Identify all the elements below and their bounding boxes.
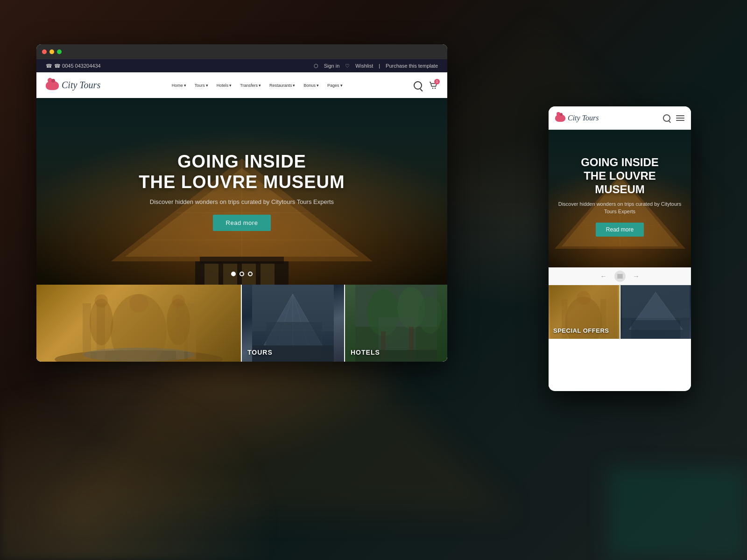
hero-dot-1[interactable] bbox=[231, 272, 236, 276]
chevron-tours: ▾ bbox=[206, 83, 208, 88]
cart-icon[interactable]: 1 bbox=[429, 81, 438, 90]
hero-subtitle: Discover hidden wonders on trips curated… bbox=[139, 198, 345, 205]
hero-content: GOING INSIDE THE LOUVRE MUSEUM Discover … bbox=[139, 152, 345, 231]
mobile-nav: City Tours bbox=[549, 106, 691, 130]
heart-icon: ♡ bbox=[345, 63, 350, 69]
mobile-logo[interactable]: City Tours bbox=[555, 114, 599, 122]
hamburger-menu[interactable] bbox=[676, 115, 684, 121]
mobile-search-icon[interactable] bbox=[663, 114, 670, 122]
nav-home[interactable]: Home▾ bbox=[172, 83, 186, 88]
chevron-hotels: ▾ bbox=[229, 83, 232, 88]
svg-rect-13 bbox=[200, 257, 284, 264]
nav-tours[interactable]: Tours▾ bbox=[195, 83, 208, 88]
hero-dot-2[interactable] bbox=[240, 272, 244, 276]
mobile-hero-line3: MUSEUM bbox=[595, 183, 645, 196]
phone-icon: ☎ bbox=[46, 63, 52, 69]
mobile-browser: City Tours GOING IN bbox=[549, 106, 691, 391]
svg-point-0 bbox=[432, 87, 433, 88]
main-navigation: City Tours Home▾ Tours▾ Hotels▾ Transfer… bbox=[36, 72, 447, 98]
mobile-pyramid-cell[interactable] bbox=[620, 285, 691, 339]
browser-maximize-dot[interactable] bbox=[57, 49, 62, 54]
chevron-home: ▾ bbox=[184, 83, 186, 88]
mobile-thumb-nav[interactable] bbox=[614, 271, 626, 282]
nav-transfers[interactable]: Transfers▾ bbox=[240, 83, 261, 88]
mobile-special-offers-cell[interactable]: SPECIAL OFFERS bbox=[549, 285, 620, 339]
hero-read-more-button[interactable]: Read more bbox=[213, 215, 271, 231]
logo[interactable]: City Tours bbox=[46, 80, 100, 91]
hero-section: GOING INSIDE THE LOUVRE MUSEUM Discover … bbox=[36, 98, 447, 285]
purchase-link[interactable]: Purchase this template bbox=[386, 63, 438, 69]
bg-teal-blur bbox=[607, 467, 747, 560]
chevron-restaurants: ▾ bbox=[293, 83, 295, 88]
carousel-next-arrow[interactable]: → bbox=[633, 273, 640, 280]
svg-point-54 bbox=[577, 291, 591, 305]
bg-statue-blur bbox=[0, 373, 280, 560]
phone-number: ☎ ☎ 0045 043204434 bbox=[46, 63, 101, 69]
mobile-hero-subtitle: Discover hidden wonders on trips curated… bbox=[556, 201, 684, 215]
hero-dot-3[interactable] bbox=[248, 272, 253, 276]
hero-building-silhouette bbox=[36, 247, 447, 285]
image-grid: TOURS bbox=[36, 285, 447, 362]
desktop-browser: ☎ ☎ 0045 043204434 ⬡ Sign in ♡ Wishlist … bbox=[36, 44, 447, 362]
svg-point-20 bbox=[129, 294, 148, 313]
hero-title: GOING INSIDE THE LOUVRE MUSEUM bbox=[139, 152, 345, 192]
phone-text: ☎ 0045 043204434 bbox=[54, 63, 101, 69]
fountain-cell[interactable] bbox=[36, 285, 241, 362]
hotels-label: HOTELS bbox=[351, 349, 380, 356]
mobile-image-grid: SPECIAL OFFERS bbox=[549, 285, 691, 390]
svg-rect-60 bbox=[631, 320, 680, 339]
mobile-actions bbox=[663, 114, 684, 122]
nav-menu: Home▾ Tours▾ Hotels▾ Transfers▾ Restaura… bbox=[172, 83, 343, 88]
svg-rect-17 bbox=[261, 264, 275, 285]
chevron-pages: ▾ bbox=[340, 83, 343, 88]
mobile-logo-icon bbox=[555, 114, 565, 122]
svg-point-42 bbox=[418, 296, 442, 334]
hamburger-line-1 bbox=[676, 115, 684, 116]
chevron-bonus: ▾ bbox=[317, 83, 319, 88]
mobile-hero-title: GOING INSIDE THE LOUVRE MUSEUM bbox=[556, 156, 684, 196]
browser-minimize-dot[interactable] bbox=[49, 49, 54, 54]
hero-title-line1: GOING INSIDE bbox=[177, 152, 306, 171]
svg-point-25 bbox=[83, 348, 195, 362]
fountain-bg bbox=[36, 285, 241, 362]
logo-text: City Tours bbox=[62, 80, 100, 91]
nav-hotels[interactable]: Hotels▾ bbox=[217, 83, 232, 88]
hamburger-line-2 bbox=[676, 118, 684, 119]
utility-right-links: ⬡ Sign in ♡ Wishlist | Purchase this tem… bbox=[314, 63, 438, 69]
signin-icon: ⬡ bbox=[314, 63, 318, 69]
search-icon[interactable] bbox=[414, 81, 422, 90]
mobile-carousel-nav: ← → bbox=[549, 267, 691, 285]
top-utility-bar: ☎ ☎ 0045 043204434 ⬡ Sign in ♡ Wishlist … bbox=[36, 59, 447, 72]
svg-rect-14 bbox=[204, 264, 218, 285]
chevron-transfers: ▾ bbox=[259, 83, 261, 88]
logo-icon bbox=[46, 81, 59, 90]
svg-point-29 bbox=[172, 294, 185, 308]
tours-label: TOURS bbox=[247, 349, 273, 356]
browser-chrome bbox=[36, 44, 447, 59]
nav-restaurants[interactable]: Restaurants▾ bbox=[269, 83, 296, 88]
mobile-hero-line2: THE LOUVRE bbox=[584, 169, 656, 182]
mobile-hero-line1: GOING INSIDE bbox=[581, 156, 659, 168]
mobile-hero: GOING INSIDE THE LOUVRE MUSEUM Discover … bbox=[549, 130, 691, 267]
svg-rect-21 bbox=[83, 303, 91, 359]
browser-close-dot[interactable] bbox=[42, 49, 47, 54]
mobile-hero-content: GOING INSIDE THE LOUVRE MUSEUM Discover … bbox=[556, 156, 684, 237]
svg-point-1 bbox=[435, 87, 436, 88]
nav-actions: 1 bbox=[414, 81, 438, 90]
tours-cell[interactable]: TOURS bbox=[242, 285, 344, 362]
nav-bonus[interactable]: Bonus▾ bbox=[303, 83, 319, 88]
hero-title-line2: THE LOUVRE MUSEUM bbox=[139, 172, 345, 192]
separator: | bbox=[379, 63, 380, 69]
mobile-special-offers-label: SPECIAL OFFERS bbox=[553, 327, 609, 334]
nav-pages[interactable]: Pages▾ bbox=[327, 83, 343, 88]
svg-point-27 bbox=[95, 294, 108, 308]
mobile-read-more-button[interactable]: Read more bbox=[596, 223, 644, 237]
thumb-icon bbox=[617, 274, 623, 279]
cart-badge: 1 bbox=[434, 79, 440, 84]
carousel-prev-arrow[interactable]: ← bbox=[600, 273, 607, 280]
wishlist-link[interactable]: Wishlist bbox=[355, 63, 373, 69]
hero-dots bbox=[231, 272, 253, 276]
hotels-cell[interactable]: HOTELS bbox=[345, 285, 447, 362]
mobile-logo-text: City Tours bbox=[568, 114, 599, 122]
signin-link[interactable]: Sign in bbox=[324, 63, 340, 69]
